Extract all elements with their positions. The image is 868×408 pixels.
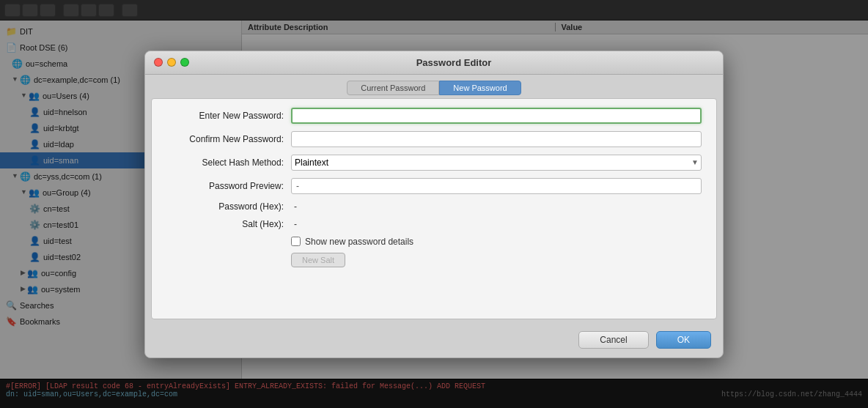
hash-method-select[interactable]: Plaintext MD5 SHA SSHA SHA-256 SHA-512 [291,155,702,171]
show-details-row: Show new password details [291,237,702,247]
tab-current-password[interactable]: Current Password [347,81,439,95]
modal-overlay: Password Editor Current Password New Pas… [0,0,868,408]
show-details-label: Show new password details [305,237,413,247]
hash-method-row: Select Hash Method: Plaintext MD5 SHA SS… [166,155,702,171]
confirm-password-input[interactable] [291,131,702,147]
salt-hex-label: Salt (Hex): [166,219,291,229]
hash-select-wrapper: Plaintext MD5 SHA SSHA SHA-256 SHA-512 ▼ [291,155,702,171]
salt-hex-value: - [291,219,702,229]
password-hex-label: Password (Hex): [166,201,291,212]
tab-new-password[interactable]: New Password [439,81,521,95]
enter-password-label: Enter New Password: [166,111,291,121]
preview-label: Password Preview: [166,181,291,191]
preview-value: - [291,178,702,194]
window-close-btn[interactable] [154,58,163,67]
password-preview-row: Password Preview: - [166,178,702,194]
window-max-btn[interactable] [180,58,189,67]
ok-button[interactable]: OK [656,331,711,349]
modal-title: Password Editor [194,57,714,68]
confirm-password-label: Confirm New Password: [166,134,291,144]
confirm-password-row: Confirm New Password: [166,131,702,147]
new-salt-button[interactable]: New Salt [291,253,345,267]
enter-password-input[interactable] [291,108,702,124]
password-hex-row: Password (Hex): - [166,201,702,212]
modal-form-content: Enter New Password: Confirm New Password… [151,98,717,319]
cancel-button[interactable]: Cancel [578,331,648,349]
modal-titlebar: Password Editor [145,51,723,75]
enter-password-row: Enter New Password: [166,108,702,124]
show-details-checkbox[interactable] [291,237,301,246]
password-hex-value: - [291,201,702,212]
modal-footer: Cancel OK [145,325,723,357]
salt-hex-row: Salt (Hex): - [166,219,702,229]
window-min-btn[interactable] [167,58,176,67]
password-editor-modal: Password Editor Current Password New Pas… [144,51,724,358]
hash-method-label: Select Hash Method: [166,157,291,168]
modal-tabs: Current Password New Password [145,75,723,98]
